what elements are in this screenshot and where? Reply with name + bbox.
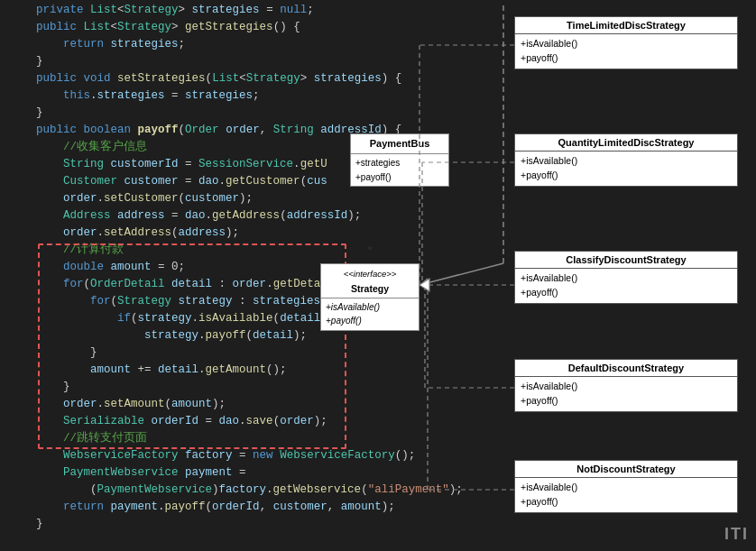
- payment-bus-box: PaymentBus +strategies+payoff(): [350, 133, 449, 187]
- uml-box-not: NotDiscountStrategy +isAvailable()+payof…: [514, 460, 738, 513]
- uml-box-quantity: QuantityLimitedDiscStrategy +isAvailable…: [514, 133, 738, 187]
- payment-bus-title: PaymentBus: [351, 134, 448, 154]
- code-line: amount += detail.getAmount();: [9, 362, 496, 379]
- uml-box-default: DefaultDiscountStrategy +isAvailable()+p…: [514, 359, 738, 412]
- strategy-title: <<interface>> Strategy: [321, 264, 419, 298]
- uml-box-body-classify: +isAvailable()+payoff(): [515, 269, 737, 303]
- code-line: }: [9, 344, 496, 362]
- code-line: return payment.payoff(orderId, customer,…: [9, 499, 496, 516]
- code-line: this.strategies = strategies;: [9, 87, 496, 105]
- watermark: ITI: [724, 525, 749, 544]
- code-line: WebserviceFactory factory = new Webservi…: [9, 447, 496, 464]
- code-line: public List<Strategy> getStrategies() {: [9, 19, 496, 36]
- uml-box-body-not: +isAvailable()+payoff(): [515, 478, 737, 512]
- multiplicity-marker: *: [367, 242, 373, 259]
- code-line: PaymentWebservice payment =: [9, 464, 496, 482]
- uml-box-title-quantity: QuantityLimitedDiscStrategy: [515, 134, 737, 152]
- code-line: Address address = dao.getAddress(address…: [9, 207, 496, 225]
- uml-box-title-default: DefaultDiscountStrategy: [515, 360, 737, 377]
- uml-box-body-default: +isAvailable()+payoff(): [515, 377, 737, 411]
- code-line: }: [9, 105, 496, 122]
- code-line: order.setCustomer(customer);: [9, 190, 496, 207]
- code-line: Serializable orderId = dao.save(order);: [9, 413, 496, 430]
- code-line: return strategies;: [9, 36, 496, 53]
- uml-box-title-not: NotDiscountStrategy: [515, 461, 737, 478]
- strategy-body: +isAvailable()+payoff(): [321, 298, 419, 330]
- payment-bus-body: +strategies+payoff(): [351, 154, 448, 186]
- code-line: double amount = 0;: [9, 259, 496, 276]
- code-line: }: [9, 379, 496, 396]
- code-line: }: [9, 53, 496, 70]
- code-line: (PaymentWebservice)factory.getWebservice…: [9, 482, 496, 499]
- code-line: order.setAmount(amount);: [9, 396, 496, 413]
- code-line: strategy.payoff(detail);: [9, 327, 496, 344]
- main-container: private List<Strategy> strategies = null…: [0, 0, 756, 551]
- code-line: order.setAddress(address);: [9, 225, 496, 242]
- code-line: }: [9, 516, 496, 533]
- uml-box-body-time: +isAvailable()+payoff(): [515, 34, 737, 69]
- code-line: for(OrderDetail detail : order.getDeta: [9, 276, 496, 293]
- strategy-interface-box: <<interface>> Strategy +isAvailable()+pa…: [320, 263, 419, 331]
- uml-box-title-classify: ClassifyDiscountStrategy: [515, 252, 737, 269]
- uml-box-body-quantity: +isAvailable()+payoff(): [515, 152, 737, 186]
- code-line: public void setStrategies(List<Strategy>…: [9, 70, 496, 87]
- uml-box-time: TimeLimitedDiscStrategy +isAvailable()+p…: [514, 16, 738, 69]
- code-line: //计算付款: [9, 242, 496, 259]
- uml-box-classify: ClassifyDiscountStrategy +isAvailable()+…: [514, 251, 738, 304]
- code-panel: private List<Strategy> strategies = null…: [0, 0, 505, 551]
- code-line: for(Strategy strategy : strategies): [9, 293, 496, 310]
- code-line: //跳转支付页面: [9, 430, 496, 447]
- code-line: private List<Strategy> strategies = null…: [9, 2, 496, 19]
- code-line: if(strategy.isAvailable(detail)): [9, 310, 496, 327]
- uml-box-title-time: TimeLimitedDiscStrategy: [515, 17, 737, 34]
- diagram-panel: TimeLimitedDiscStrategy +isAvailable()+p…: [505, 0, 756, 551]
